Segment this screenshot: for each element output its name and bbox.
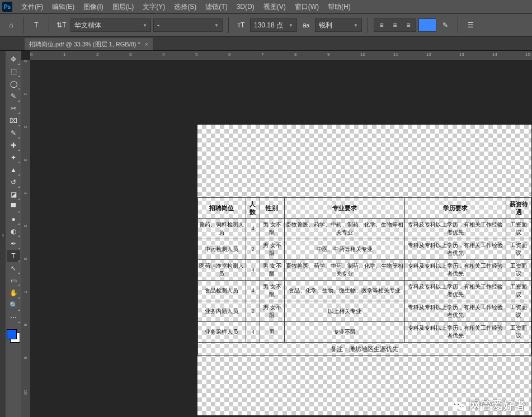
home-icon[interactable]: ⌂ (4, 18, 18, 32)
gradient-tool[interactable]: ▀ (7, 201, 20, 213)
character-panel-button[interactable]: ☰ (464, 18, 477, 32)
table-row: 医药洁净室检测人员4男 女不限畜牧兽医、药学、中药、制药、化学、生物等相关专业专… (198, 260, 531, 281)
recruitment-table: 招聘岗位人数性别专业要求学历要求薪资待遇 兽药、饲料检测人员4男 女不限畜牧兽医… (197, 197, 531, 356)
menu-item[interactable]: 编辑(E) (48, 1, 79, 13)
toolbar: ✥⬚◯✎✂⌧✎✚✦▲↺◪▀●◐✒T↖▭✋🔍⋯ (6, 51, 21, 417)
move-tool[interactable]: ✥ (7, 53, 20, 65)
ruler-horizontal: 0123456789101112131415 (30, 51, 532, 60)
antialias-select[interactable]: 锐利▼ (315, 18, 362, 32)
text-align-group: ≡ ≡ ≡ (374, 18, 416, 32)
stamp-tool[interactable]: ▲ (7, 164, 20, 176)
svg-point-4 (460, 406, 461, 407)
table-row: 兽药、饲料检测人员4男 女不限畜牧兽医、药学、中药、制药、化学、生物等相关专业专… (198, 219, 531, 239)
text-color-swatch[interactable] (418, 18, 436, 32)
svg-point-1 (458, 404, 465, 410)
svg-point-5 (463, 406, 464, 407)
table-row: 食品检测人员4男 女不限食品、化学、生物、微生物、医学等相关专业专科及专科以上学… (198, 281, 531, 301)
close-icon[interactable]: × (145, 41, 148, 48)
zoom-tool[interactable]: 🔍 (7, 299, 20, 311)
document-tabs: 招聘岗位.pdf @ 33.3% (图层 1, RGB/8) * × (0, 37, 532, 51)
table-header: 招聘岗位 (198, 198, 246, 219)
brush-tool[interactable]: ✦ (7, 151, 20, 164)
tab-title: 招聘岗位.pdf @ 33.3% (图层 1, RGB/8) * (29, 40, 140, 49)
menubar: Ps 文件(F)编辑(E)图像(I)图层(L)文字(Y)选择(S)滤镜(T)3D… (0, 0, 532, 14)
watermark: 网管爱好者 (451, 398, 525, 413)
warp-text-button[interactable]: ✎ (439, 18, 452, 32)
blur-tool[interactable]: ● (7, 213, 20, 225)
table-row: 业务内勤人员2男 女不限以上相关专业专科及专科以上学历，有相关工作经验者优先工资… (198, 301, 531, 322)
align-right-button[interactable]: ≡ (402, 20, 415, 30)
eyedropper-tool[interactable]: ✎ (7, 127, 20, 139)
app-logo: Ps (2, 2, 12, 12)
table-header: 专业要求 (284, 198, 405, 219)
table-note: 备注：潍坊地区生源优先 (198, 343, 531, 356)
svg-point-3 (458, 404, 459, 405)
align-left-button[interactable]: ≡ (375, 20, 388, 30)
type-tool[interactable]: T (7, 250, 20, 262)
table-header: 薪资待遇 (506, 198, 531, 219)
quick-select-tool[interactable]: ✎ (7, 90, 20, 102)
wechat-icon (451, 400, 466, 412)
font-weight-select[interactable]: -▼ (153, 18, 223, 32)
ruler-vertical: 012345678910 (21, 60, 30, 417)
path-select-tool[interactable]: ↖ (7, 262, 20, 274)
font-size-icon: тT (234, 18, 248, 32)
options-bar: ⌂ T ⇅T 华文楷体▼ -▼ тT 130.18 点▼ aa 锐利▼ ≡ ≡ … (0, 14, 532, 37)
canvas-area: 0123456789101112131415 012345678910 招聘岗位… (21, 51, 532, 417)
marquee-tool[interactable]: ⬚ (7, 65, 20, 78)
menu-item[interactable]: 视图(V) (259, 1, 290, 13)
font-size-select[interactable]: 130.18 点▼ (250, 18, 297, 32)
menu-item[interactable]: 文字(Y) (138, 1, 170, 13)
crop-tool[interactable]: ✂ (7, 102, 20, 115)
table-row: 业务采样人员4男专业不限专科及专科以上学历，有相关工作经验者优先工资面议 (198, 322, 531, 343)
menu-item[interactable]: 滤镜(T) (201, 1, 232, 13)
document-tab[interactable]: 招聘岗位.pdf @ 33.3% (图层 1, RGB/8) * × (25, 38, 153, 50)
menu-item[interactable]: 图层(L) (108, 1, 139, 13)
font-family-select[interactable]: 华文楷体▼ (70, 18, 151, 32)
shape-tool[interactable]: ▭ (7, 274, 20, 287)
panel-strip[interactable]: » (0, 51, 6, 417)
align-center-button[interactable]: ≡ (389, 20, 401, 30)
type-tool-preset-icon[interactable]: T (30, 18, 43, 32)
dodge-tool[interactable]: ◐ (7, 225, 20, 238)
pen-tool[interactable]: ✒ (7, 238, 20, 250)
menu-item[interactable]: 3D(D) (232, 1, 259, 13)
history-brush-tool[interactable]: ↺ (7, 176, 20, 188)
more-tool[interactable]: ⋯ (7, 311, 20, 324)
menu-item[interactable]: 选择(S) (170, 1, 201, 13)
antialias-icon: aa (299, 18, 313, 32)
frame-tool[interactable]: ⌧ (7, 115, 20, 127)
table-row: 中药检测人员2男 女不限中医、中药等相关专业专科及专科以上学历，有相关工作经验者… (198, 239, 531, 260)
document-canvas[interactable]: 招聘岗位人数性别专业要求学历要求薪资待遇 兽药、饲料检测人员4男 女不限畜牧兽医… (197, 125, 531, 415)
menu-item[interactable]: 帮助(H) (323, 1, 355, 13)
table-header: 学历要求 (405, 198, 506, 219)
table-header: 人数 (246, 198, 260, 219)
menu-item[interactable]: 窗口(W) (290, 1, 323, 13)
table-header: 性别 (260, 198, 284, 219)
lasso-tool[interactable]: ◯ (7, 78, 20, 90)
heal-tool[interactable]: ✚ (7, 139, 20, 151)
svg-point-2 (454, 404, 455, 405)
text-orientation-icon[interactable]: ⇅T (55, 18, 68, 32)
menu-item[interactable]: 图像(I) (79, 1, 107, 13)
color-swatches[interactable] (7, 329, 20, 343)
eraser-tool[interactable]: ◪ (7, 188, 20, 201)
menu-item[interactable]: 文件(F) (17, 1, 48, 13)
hand-tool[interactable]: ✋ (7, 287, 20, 299)
